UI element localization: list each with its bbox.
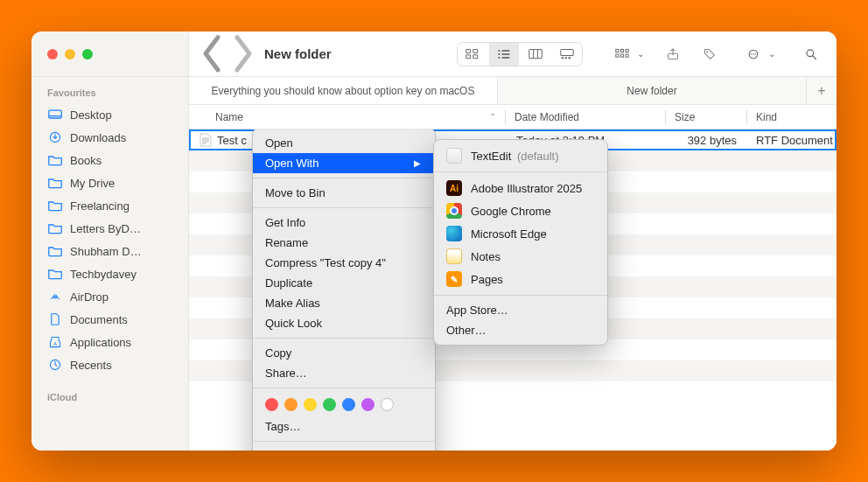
tags-button[interactable]	[695, 43, 724, 66]
tab-label: Everything you should know about option …	[203, 85, 484, 97]
menu-move-to-bin[interactable]: Move to Bin	[253, 183, 435, 203]
submenu-notes[interactable]: Notes	[434, 245, 607, 268]
svg-line-30	[813, 55, 816, 59]
sidebar-item-mydrive[interactable]: My Drive	[32, 171, 188, 194]
sidebar-item-downloads[interactable]: Downloads	[32, 126, 188, 149]
sidebar-item-recents[interactable]: Recents	[32, 353, 188, 376]
sidebar: Favourites Desktop Downloads Books My Dr…	[32, 77, 189, 451]
submenu-illustrator[interactable]: AiAdobe Illustrator 2025	[434, 177, 607, 199]
menu-separator	[253, 207, 435, 208]
menu-make-alias[interactable]: Make Alias	[253, 293, 435, 313]
sidebar-item-letters[interactable]: Letters ByD…	[32, 217, 188, 240]
search-button[interactable]	[796, 43, 826, 66]
menu-quick-actions[interactable]: Quick Actions▶	[253, 446, 435, 451]
sidebar-item-label: Desktop	[70, 108, 112, 122]
menu-quick-look[interactable]: Quick Look	[253, 313, 435, 333]
tab-new-folder[interactable]: New folder	[498, 77, 807, 104]
sidebar-item-techbydavey[interactable]: Techbydavey	[32, 262, 188, 285]
svg-rect-19	[626, 49, 628, 52]
submenu-chrome[interactable]: Google Chrome	[434, 199, 607, 222]
svg-rect-10	[529, 49, 542, 58]
tag-yellow[interactable]	[304, 398, 317, 411]
column-size[interactable]: Size	[666, 111, 746, 123]
folder-icon	[47, 267, 63, 281]
file-size: 392 bytes	[667, 134, 747, 147]
view-icons-button[interactable]	[458, 43, 487, 66]
tag-none[interactable]	[381, 398, 394, 411]
submenu-pages[interactable]: ✎Pages	[434, 268, 607, 290]
menu-share[interactable]: Share…	[253, 363, 435, 383]
sidebar-item-label: Letters ByD…	[70, 222, 141, 235]
sidebar-item-label: Techbydavey	[70, 268, 136, 281]
menu-tags[interactable]: Tags…	[253, 416, 435, 437]
open-with-submenu: TextEdit (default) AiAdobe Illustrator 2…	[433, 139, 608, 346]
sidebar-item-freelancing[interactable]: Freelancing	[32, 194, 188, 217]
svg-rect-15	[565, 57, 567, 59]
tag-red[interactable]	[265, 398, 278, 411]
menu-compress[interactable]: Compress "Test copy 4"	[253, 253, 435, 273]
sidebar-section-favourites: Favourites	[32, 84, 188, 103]
view-columns-button[interactable]	[521, 43, 550, 66]
column-name[interactable]: Name⌃	[215, 111, 505, 123]
more-actions-button[interactable]: ⌄	[738, 43, 775, 66]
submenu-textedit[interactable]: TextEdit (default)	[434, 144, 607, 167]
main-area: Everything you should know about option …	[189, 77, 836, 451]
svg-rect-17	[616, 49, 619, 52]
sidebar-item-documents[interactable]: Documents	[32, 308, 188, 331]
window-minimize-button[interactable]	[65, 49, 75, 59]
svg-rect-20	[616, 54, 619, 57]
sidebar-item-label: Downloads	[70, 131, 126, 144]
folder-icon	[47, 221, 63, 235]
column-kind[interactable]: Kind	[747, 111, 836, 123]
share-button[interactable]	[658, 43, 688, 66]
menu-separator	[434, 295, 607, 296]
menu-separator	[253, 338, 435, 339]
toolbar: New folder ⌄	[189, 31, 836, 76]
sidebar-item-label: Recents	[70, 359, 112, 372]
menu-open[interactable]: Open	[253, 133, 435, 153]
window-fullscreen-button[interactable]	[82, 49, 93, 59]
group-by-button[interactable]: ⌄	[607, 43, 644, 66]
new-tab-button[interactable]: +	[807, 77, 836, 104]
tag-orange[interactable]	[284, 398, 298, 411]
edge-icon	[446, 226, 462, 241]
column-date[interactable]: Date Modified	[506, 111, 665, 123]
nav-back-button[interactable]	[200, 42, 224, 66]
svg-point-8	[498, 56, 500, 58]
submenu-arrow-icon: ▶	[379, 158, 421, 168]
window-title: New folder	[264, 46, 332, 61]
submenu-app-store[interactable]: App Store…	[434, 300, 607, 320]
svg-point-26	[751, 53, 752, 55]
sidebar-item-airdrop[interactable]: AirDrop	[32, 285, 188, 308]
menu-rename[interactable]: Rename	[253, 233, 435, 253]
submenu-other[interactable]: Other…	[434, 320, 607, 340]
tab-label: New folder	[618, 85, 685, 97]
sidebar-item-applications[interactable]: AApplications	[32, 331, 188, 353]
svg-rect-14	[562, 57, 564, 59]
view-list-button[interactable]	[489, 43, 519, 66]
context-menu: Open Open With ▶ TextEdit (default) AiAd…	[252, 129, 436, 451]
view-gallery-button[interactable]	[552, 43, 582, 66]
menu-duplicate[interactable]: Duplicate	[253, 273, 435, 293]
tag-blue[interactable]	[342, 398, 355, 411]
menu-copy[interactable]: Copy	[253, 343, 435, 363]
sidebar-item-desktop[interactable]: Desktop	[32, 103, 188, 126]
sidebar-item-shubham[interactable]: Shubham D…	[32, 240, 188, 262]
svg-point-4	[498, 49, 500, 51]
sidebar-item-books[interactable]: Books	[32, 149, 188, 171]
textedit-icon	[446, 148, 462, 164]
rtf-file-icon	[198, 133, 214, 147]
folder-icon	[47, 176, 63, 190]
chevron-down-icon: ⌄	[768, 49, 775, 59]
tab-option-key-article[interactable]: Everything you should know about option …	[189, 77, 498, 104]
tag-purple[interactable]	[361, 398, 374, 411]
svg-point-24	[706, 51, 708, 52]
tag-green[interactable]	[323, 398, 336, 411]
menu-get-info[interactable]: Get Info	[253, 213, 435, 233]
titlebar: New folder ⌄	[32, 31, 836, 77]
window-close-button[interactable]	[47, 49, 58, 59]
nav-forward-button[interactable]	[231, 42, 256, 66]
menu-open-with[interactable]: Open With ▶ TextEdit (default) AiAdobe I…	[253, 153, 435, 173]
submenu-edge[interactable]: Microsoft Edge	[434, 222, 607, 245]
svg-rect-0	[466, 49, 471, 52]
